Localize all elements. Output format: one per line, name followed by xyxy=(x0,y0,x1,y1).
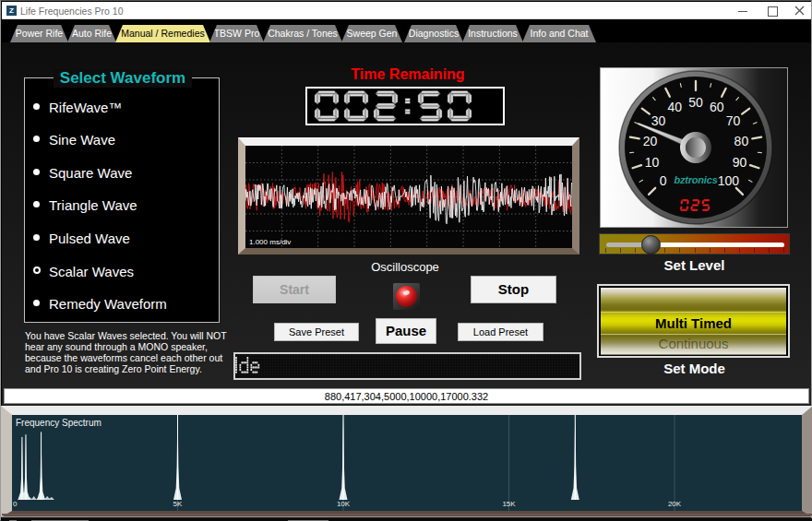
waveform-option-label: RifeWave™ xyxy=(49,100,122,115)
tab-info-and-chat[interactable]: Info and Chat xyxy=(522,25,596,42)
app-window: Z Life Frequencies Pro 10 Power RifeAuto… xyxy=(0,0,812,521)
level-gauge: 0102030405060708090100bztronics xyxy=(600,67,788,228)
tab-diagnostics[interactable]: Diagnostics xyxy=(404,25,463,42)
led-highlight xyxy=(402,290,410,296)
svg-text:10: 10 xyxy=(645,155,660,170)
svg-text:90: 90 xyxy=(733,155,747,170)
oscilloscope-label: Oscilloscope xyxy=(313,260,497,274)
pause-button[interactable]: Pause xyxy=(376,318,436,344)
waveform-option-label: Scalar Waves xyxy=(49,264,134,279)
maximize-button[interactable] xyxy=(758,2,786,19)
app-icon: Z xyxy=(6,6,17,16)
oscilloscope-screen: 1.000 ms/div xyxy=(238,137,579,255)
time-remaining-label: Time Remaining xyxy=(316,66,500,83)
svg-text:20: 20 xyxy=(643,134,658,148)
waveform-legend: Select Waveform xyxy=(54,69,192,88)
status-led xyxy=(393,283,420,310)
tab-instructions[interactable]: Instructions xyxy=(462,25,523,42)
minimize-button[interactable] xyxy=(729,2,757,19)
svg-text:50: 50 xyxy=(688,95,703,110)
waveform-option-label: Pulsed Wave xyxy=(49,231,130,246)
svg-text:Frequency Spectrum: Frequency Spectrum xyxy=(16,418,102,428)
svg-text:40: 40 xyxy=(668,100,683,114)
frequency-spectrum-plot: Frequency Spectrum05K10K15K20K xyxy=(12,415,800,511)
frequency-readout: 880,417,304,5000,10000,17000.332 xyxy=(4,388,809,404)
svg-text:70: 70 xyxy=(726,113,741,128)
seven-segment-clock xyxy=(307,89,503,124)
svg-text:bztronics: bztronics xyxy=(674,174,717,185)
waveform-option-label: Triangle Wave xyxy=(49,197,137,213)
mode-selected[interactable]: Multi Timed xyxy=(599,315,788,331)
window-title: Life Frequencies Pro 10 xyxy=(20,6,123,17)
stop-button[interactable]: Stop xyxy=(471,276,556,303)
svg-text:60: 60 xyxy=(710,100,724,114)
waveform-option-label: Square Wave xyxy=(49,165,132,181)
led-marquee-dots xyxy=(235,354,579,378)
radio-icon[interactable] xyxy=(33,136,40,142)
tab-power-rife[interactable]: Power Rife xyxy=(10,25,68,42)
radio-icon[interactable] xyxy=(33,234,40,241)
time-remaining-display xyxy=(305,87,505,125)
waveform-option-label: Remedy Waveform xyxy=(49,296,167,312)
waveform-groupbox: RifeWave™Sine WaveSquare WaveTriangle Wa… xyxy=(24,77,220,323)
slider-ticks xyxy=(605,248,784,253)
mode-picker[interactable]: Multi Timed Continuous xyxy=(597,284,790,358)
svg-text:5K: 5K xyxy=(173,500,183,508)
level-slider[interactable] xyxy=(599,233,790,255)
tab-manual-remedies[interactable]: Manual / Remedies xyxy=(115,25,210,42)
waveform-note: You have Scalar Waves selected. You will… xyxy=(25,330,237,374)
radio-icon[interactable] xyxy=(33,169,40,175)
svg-text:20K: 20K xyxy=(668,500,682,508)
marquee-text xyxy=(235,354,579,378)
svg-text:80: 80 xyxy=(734,134,749,148)
svg-text:10K: 10K xyxy=(337,500,351,508)
mode-separator-line xyxy=(601,334,786,335)
radio-selected-icon[interactable] xyxy=(33,266,41,274)
frequency-spectrum-panel: Frequency Spectrum05K10K15K20K xyxy=(1,406,812,517)
save-preset-button[interactable]: Save Preset xyxy=(274,323,359,341)
slider-track-right xyxy=(651,243,784,247)
radio-icon[interactable] xyxy=(33,103,40,110)
gauge-dial: 0102030405060708090100bztronics xyxy=(600,67,788,228)
close-button[interactable] xyxy=(786,2,812,19)
led-ball-icon xyxy=(396,286,417,307)
mode-separator-line xyxy=(601,354,786,355)
svg-text:0: 0 xyxy=(660,173,667,188)
start-button[interactable]: Start xyxy=(253,276,336,303)
tab-chakras-tones[interactable]: Chakras / Tones xyxy=(263,25,342,42)
slider-thumb[interactable] xyxy=(641,235,661,255)
svg-text:0: 0 xyxy=(13,500,18,508)
svg-text:30: 30 xyxy=(651,113,666,128)
tab-bar: Power RifeAuto RifeManual / RemediesTBSW… xyxy=(2,20,811,42)
mode-separator-line xyxy=(601,312,786,313)
tab-tbsw-pro[interactable]: TBSW Pro xyxy=(209,25,264,42)
oscilloscope-traces: 1.000 ms/div xyxy=(245,146,572,248)
led-marquee-display xyxy=(233,352,581,380)
svg-text:1.000 ms/div: 1.000 ms/div xyxy=(249,238,291,246)
spectrum-bezel-stripe xyxy=(2,514,812,515)
svg-text:15K: 15K xyxy=(502,500,516,508)
set-mode-label: Set Mode xyxy=(602,361,787,376)
main-panel: RifeWave™Sine WaveSquare WaveTriangle Wa… xyxy=(2,42,811,521)
mode-next-option[interactable]: Continuous xyxy=(599,336,788,351)
tab-sweep-gen[interactable]: Sweep Gen xyxy=(341,25,402,42)
radio-icon[interactable] xyxy=(33,201,40,207)
waveform-option-label: Sine Wave xyxy=(49,132,115,148)
spectrum-bezel-bottom xyxy=(2,516,812,517)
svg-text:100: 100 xyxy=(718,173,740,188)
title-bar: Z Life Frequencies Pro 10 xyxy=(2,2,811,19)
tab-auto-rife[interactable]: Auto Rife xyxy=(67,25,116,42)
radio-icon[interactable] xyxy=(33,300,40,306)
close-icon xyxy=(794,6,805,16)
set-level-label: Set Level xyxy=(602,257,787,273)
load-preset-button[interactable]: Load Preset xyxy=(458,323,543,341)
